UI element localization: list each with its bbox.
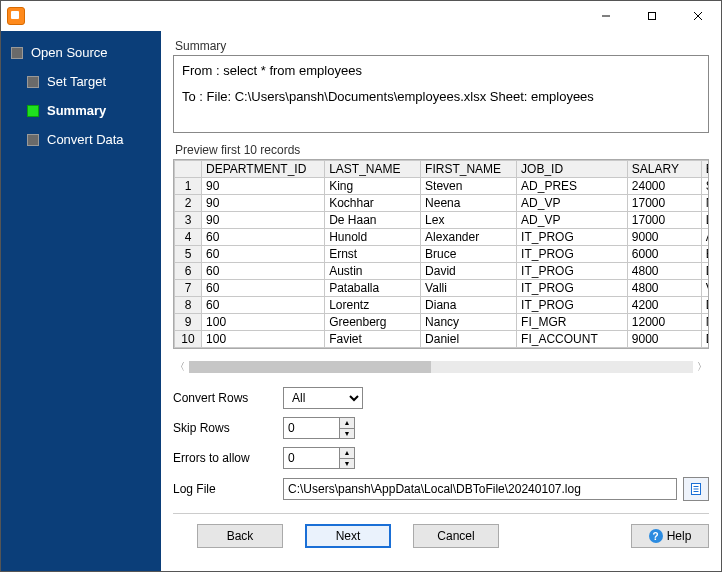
table-cell: SKING (701, 178, 709, 195)
step-indicator-icon (27, 105, 39, 117)
table-cell: AHUNOLD (701, 229, 709, 246)
table-cell: IT_PROG (517, 263, 628, 280)
step-indicator-icon (27, 134, 39, 146)
scroll-right-icon[interactable]: 〉 (695, 360, 709, 374)
table-cell: Daniel (421, 331, 517, 348)
preview-heading: Preview first 10 records (173, 143, 709, 157)
spin-up-icon[interactable]: ▲ (339, 417, 355, 428)
table-cell: NGREENBE (701, 314, 709, 331)
table-row[interactable]: 560ErnstBruceIT_PROG6000BERNST103 (175, 246, 710, 263)
table-cell: 60 (202, 229, 325, 246)
table-cell: David (421, 263, 517, 280)
table-cell: Bruce (421, 246, 517, 263)
window-close-button[interactable] (675, 1, 721, 31)
step-indicator-icon (27, 76, 39, 88)
table-cell: 4800 (627, 263, 701, 280)
spin-down-icon[interactable]: ▼ (339, 458, 355, 470)
column-header[interactable]: EMAIL (701, 161, 709, 178)
table-cell: Valli (421, 280, 517, 297)
help-icon: ? (649, 529, 663, 543)
table-cell: IT_PROG (517, 229, 628, 246)
table-cell: Kochhar (325, 195, 421, 212)
table-cell: Alexander (421, 229, 517, 246)
scroll-track[interactable] (189, 361, 693, 373)
table-cell: DLORENTZ (701, 297, 709, 314)
table-row[interactable]: 860LorentzDianaIT_PROG4200DLORENTZ103 (175, 297, 710, 314)
table-cell: King (325, 178, 421, 195)
preview-table: DEPARTMENT_IDLAST_NAMEFIRST_NAMEJOB_IDSA… (173, 159, 709, 349)
row-number: 5 (175, 246, 202, 263)
spin-up-icon[interactable]: ▲ (339, 447, 355, 458)
column-header[interactable]: FIRST_NAME (421, 161, 517, 178)
browse-log-file-button[interactable] (683, 477, 709, 501)
table-row[interactable]: 190KingStevenAD_PRES24000SKINGnull (175, 178, 710, 195)
column-header[interactable]: SALARY (627, 161, 701, 178)
sidebar-item-set-target[interactable]: Set Target (27, 74, 151, 89)
table-cell: Neena (421, 195, 517, 212)
table-cell: Greenberg (325, 314, 421, 331)
table-cell: Faviet (325, 331, 421, 348)
window-maximize-button[interactable] (629, 1, 675, 31)
scroll-left-icon[interactable]: 〈 (173, 360, 187, 374)
sidebar-item-label: Open Source (31, 45, 108, 60)
horizontal-scrollbar[interactable]: 〈 〉 (173, 359, 709, 375)
table-row[interactable]: 390De HaanLexAD_VP17000LDEHAAN100 (175, 212, 710, 229)
table-row[interactable]: 460HunoldAlexanderIT_PROG9000AHUNOLD102 (175, 229, 710, 246)
table-cell: LDEHAAN (701, 212, 709, 229)
table-cell: Lex (421, 212, 517, 229)
table-cell: 24000 (627, 178, 701, 195)
sidebar-item-label: Convert Data (47, 132, 124, 147)
table-row[interactable]: 10100FavietDanielFI_ACCOUNT9000DFAVIET10… (175, 331, 710, 348)
row-number: 6 (175, 263, 202, 280)
summary-to: To : File: C:\Users\pansh\Documents\empl… (182, 88, 700, 106)
sidebar-item-open-source[interactable]: Open Source (11, 45, 151, 60)
table-cell: AD_VP (517, 212, 628, 229)
table-cell: NKOCHHAR (701, 195, 709, 212)
errors-allow-label: Errors to allow (173, 451, 283, 465)
errors-allow-input[interactable] (283, 447, 339, 469)
table-row[interactable]: 660AustinDavidIT_PROG4800DAUSTIN103 (175, 263, 710, 280)
table-row[interactable]: 9100GreenbergNancyFI_MGR12000NGREENBE101 (175, 314, 710, 331)
help-button[interactable]: ? Help (631, 524, 709, 548)
table-cell: 60 (202, 246, 325, 263)
table-cell: 60 (202, 263, 325, 280)
table-cell: 90 (202, 195, 325, 212)
wizard-sidebar: Open Source Set Target Summary Convert D… (1, 31, 161, 571)
table-row[interactable]: 760PataballaValliIT_PROG4800VPATABAL103 (175, 280, 710, 297)
table-cell: FI_ACCOUNT (517, 331, 628, 348)
row-number: 3 (175, 212, 202, 229)
next-button[interactable]: Next (305, 524, 391, 548)
row-number: 10 (175, 331, 202, 348)
table-cell: 90 (202, 212, 325, 229)
table-cell: IT_PROG (517, 297, 628, 314)
window-minimize-button[interactable] (583, 1, 629, 31)
column-header[interactable]: JOB_ID (517, 161, 628, 178)
row-number: 8 (175, 297, 202, 314)
step-indicator-icon (11, 47, 23, 59)
summary-box: From : select * from employees To : File… (173, 55, 709, 133)
skip-rows-input[interactable] (283, 417, 339, 439)
table-row[interactable]: 290KochharNeenaAD_VP17000NKOCHHAR100 (175, 195, 710, 212)
convert-rows-select[interactable]: All (283, 387, 363, 409)
summary-from: From : select * from employees (182, 62, 700, 80)
back-button[interactable]: Back (197, 524, 283, 548)
scroll-thumb[interactable] (189, 361, 431, 373)
row-number: 2 (175, 195, 202, 212)
table-cell: 6000 (627, 246, 701, 263)
log-file-input[interactable] (283, 478, 677, 500)
table-cell: 17000 (627, 212, 701, 229)
column-header[interactable]: LAST_NAME (325, 161, 421, 178)
cancel-button[interactable]: Cancel (413, 524, 499, 548)
table-cell: DAUSTIN (701, 263, 709, 280)
titlebar (1, 1, 721, 31)
table-cell: Lorentz (325, 297, 421, 314)
table-cell: AD_VP (517, 195, 628, 212)
spin-down-icon[interactable]: ▼ (339, 428, 355, 440)
table-cell: De Haan (325, 212, 421, 229)
table-cell: BERNST (701, 246, 709, 263)
table-cell: 4200 (627, 297, 701, 314)
column-header[interactable]: DEPARTMENT_ID (202, 161, 325, 178)
sidebar-item-summary[interactable]: Summary (27, 103, 151, 118)
sidebar-item-convert-data[interactable]: Convert Data (27, 132, 151, 147)
row-number: 1 (175, 178, 202, 195)
